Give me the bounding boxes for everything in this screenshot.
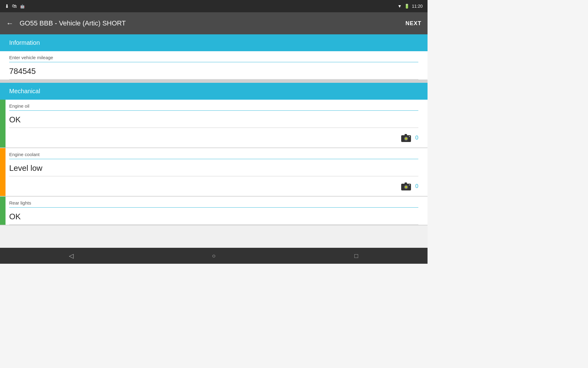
camera-button-engine-oil[interactable] bbox=[399, 131, 413, 144]
page-title: GO55 BBB - Vehicle (Artic) SHORT bbox=[20, 19, 399, 27]
field-row-engine-coolant: Engine coolant Level low 0 bbox=[0, 148, 428, 197]
field-footer-engine-coolant: 0 bbox=[9, 176, 418, 196]
status-bar-engine-oil bbox=[0, 100, 6, 148]
dev-icon: 🤖 bbox=[20, 4, 25, 9]
field-inner-engine-oil: Engine oil OK 0 bbox=[6, 100, 428, 148]
section-header-mechanical: Mechanical bbox=[0, 83, 428, 100]
camera-icon-engine-coolant bbox=[401, 181, 412, 192]
camera-count-engine-coolant: 0 bbox=[415, 183, 418, 190]
field-value-rear-lights[interactable]: OK bbox=[9, 208, 418, 225]
status-bar: ⬇ 🛍 🤖 ▼ 🔋 11:20 bbox=[0, 0, 428, 12]
field-label-engine-oil: Engine oil bbox=[9, 103, 418, 111]
nav-home-button[interactable]: ○ bbox=[205, 248, 223, 264]
svg-point-9 bbox=[405, 186, 407, 188]
svg-rect-4 bbox=[405, 134, 407, 136]
camera-count-engine-oil: 0 bbox=[415, 135, 418, 141]
svg-rect-10 bbox=[405, 182, 407, 184]
svg-point-11 bbox=[409, 184, 410, 186]
section-header-information: Information bbox=[0, 34, 428, 51]
app-bar: ← GO55 BBB - Vehicle (Artic) SHORT NEXT bbox=[0, 12, 428, 34]
field-row-rear-lights: Rear lights OK bbox=[0, 197, 428, 225]
field-label-rear-lights: Rear lights bbox=[9, 200, 418, 208]
svg-point-3 bbox=[405, 138, 407, 140]
field-footer-engine-oil: 0 bbox=[9, 128, 418, 148]
battery-icon: 🔋 bbox=[404, 4, 409, 9]
status-bar-engine-coolant bbox=[0, 148, 6, 196]
field-inner-rear-lights: Rear lights OK bbox=[6, 197, 428, 225]
shopping-icon: 🛍 bbox=[12, 3, 17, 9]
field-value-engine-oil[interactable]: OK bbox=[9, 111, 418, 128]
status-bar-left: ⬇ 🛍 🤖 bbox=[5, 3, 25, 9]
camera-icon-engine-oil bbox=[401, 132, 412, 143]
wifi-icon: ▼ bbox=[398, 4, 402, 9]
field-vehicle-mileage: Enter vehicle mileage 784545 bbox=[0, 51, 428, 80]
field-value-engine-coolant[interactable]: Level low bbox=[9, 159, 418, 176]
status-bar-rear-lights bbox=[0, 197, 6, 225]
main-content: Information Enter vehicle mileage 784545… bbox=[0, 34, 428, 248]
back-button[interactable]: ← bbox=[6, 19, 13, 28]
nav-back-button[interactable]: ◁ bbox=[62, 248, 81, 264]
field-value-vehicle-mileage[interactable]: 784545 bbox=[9, 62, 418, 79]
nav-recent-button[interactable]: □ bbox=[347, 248, 365, 264]
svg-point-5 bbox=[409, 136, 410, 137]
bottom-nav: ◁ ○ □ bbox=[0, 248, 428, 264]
camera-button-engine-coolant[interactable] bbox=[399, 179, 413, 193]
field-row-engine-oil: Engine oil OK 0 bbox=[0, 100, 428, 148]
download-icon: ⬇ bbox=[5, 3, 9, 9]
field-label-engine-coolant: Engine coolant bbox=[9, 152, 418, 159]
section-separator-1 bbox=[0, 80, 428, 83]
status-bar-right: ▼ 🔋 11:20 bbox=[398, 4, 423, 9]
field-label-vehicle-mileage: Enter vehicle mileage bbox=[9, 55, 418, 62]
field-inner-engine-coolant: Engine coolant Level low 0 bbox=[6, 148, 428, 196]
time-display: 11:20 bbox=[412, 4, 423, 9]
next-button[interactable]: NEXT bbox=[405, 20, 421, 27]
